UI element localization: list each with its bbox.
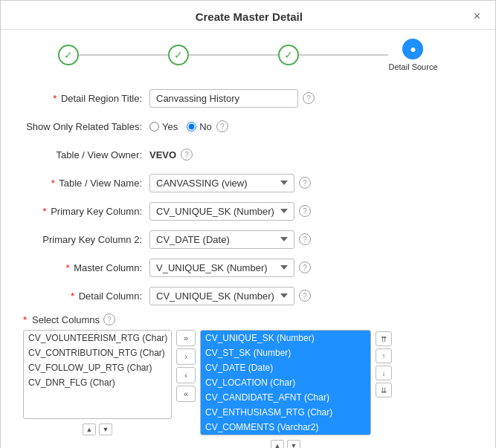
step-3-circle: ✓ (278, 45, 299, 65)
required-star-3: * (42, 206, 46, 217)
primary-key-col2-row: Primary Key Column 2: CV_DATE (Date) ? (23, 229, 473, 250)
transfer-left-btn[interactable]: ‹ (176, 367, 196, 383)
primary-key-col-label: * Primary Key Column: (23, 206, 149, 217)
step-1: ✓ (58, 45, 79, 65)
detail-col-label: * Detail Column: (23, 290, 149, 302)
detail-region-title-input[interactable] (149, 89, 298, 108)
left-list-wrapper: CV_VOLUNTEERISM_RTG (Char) CV_CONTRIBUTI… (23, 330, 172, 435)
required-star-2: * (51, 178, 55, 189)
step-4: ● Detail Source (388, 39, 437, 71)
step-4-label: Detail Source (388, 62, 437, 71)
table-view-name-select[interactable]: CANVASSING (view) (149, 174, 294, 192)
transfer-buttons: » › ‹ « (176, 330, 196, 402)
order-buttons: ⇈ ↑ ↓ ⇊ (376, 330, 392, 397)
right-list: CV_UNIQUE_SK (Number) CV_ST_SK (Number) … (200, 330, 371, 435)
show-only-row: Show Only Related Tables: Yes No ? (23, 116, 473, 137)
primary-key-col2-info-icon[interactable]: ? (299, 233, 311, 245)
required-star-4: * (66, 262, 70, 273)
show-only-no-radio[interactable] (187, 122, 196, 132)
table-view-owner-row: Table / View Owner: VEVO ? (23, 144, 473, 165)
list-item[interactable]: CV_ST_SK (Number) (201, 345, 370, 360)
master-col-row: * Master Column: V_UNIQUE_SK (Number) ? (23, 257, 473, 278)
right-scroll-down-btn[interactable]: ▼ (287, 440, 300, 448)
right-list-wrapper: CV_UNIQUE_SK (Number) CV_ST_SK (Number) … (200, 330, 371, 448)
dialog-body: * Detail Region Title: ? Show Only Relat… (1, 80, 495, 448)
list-item[interactable]: CV_CANDIDATE_AFNT (Char) (201, 390, 370, 405)
step-2-circle: ✓ (168, 45, 189, 65)
show-only-yes-radio[interactable] (149, 122, 159, 132)
primary-key-col2-control: CV_DATE (Date) ? (149, 230, 473, 249)
primary-key-col-row: * Primary Key Column: CV_UNIQUE_SK (Numb… (23, 201, 473, 221)
detail-region-title-label: * Detail Region Title: (23, 93, 149, 104)
detail-region-title-info-icon[interactable]: ? (303, 92, 315, 104)
step-line-1 (79, 54, 168, 56)
order-down-btn[interactable]: ↓ (376, 366, 392, 380)
columns-area: CV_VOLUNTEERISM_RTG (Char) CV_CONTRIBUTI… (23, 330, 473, 448)
step-3: ✓ (278, 45, 299, 65)
show-only-info-icon[interactable]: ? (216, 120, 228, 132)
primary-key-col-control: CV_UNIQUE_SK (Number) ? (149, 202, 473, 221)
dialog-header: Create Master Detail × (1, 1, 495, 30)
steps-bar: ✓ ✓ ✓ ● Detail Source (1, 30, 495, 80)
list-item[interactable]: CV_CONTRIBUTION_RTG (Char) (24, 345, 171, 360)
order-up-btn[interactable]: ↑ (376, 348, 392, 363)
primary-key-col-info-icon[interactable]: ? (299, 205, 311, 217)
list-item[interactable]: CV_FOLLOW_UP_RTG (Char) (24, 360, 171, 375)
dialog: Create Master Detail × ✓ ✓ ✓ ● Detail So… (0, 0, 496, 448)
list-item[interactable]: CV_UNIQUE_SK (Number) (201, 331, 370, 345)
show-only-label: Show Only Related Tables: (23, 121, 149, 132)
right-scroll-up-btn[interactable]: ▲ (271, 440, 284, 448)
step-1-circle: ✓ (58, 45, 79, 65)
list-item[interactable]: CV_DATE (Date) (201, 360, 370, 375)
step-line-3 (299, 54, 388, 56)
step-2: ✓ (168, 45, 189, 65)
detail-col-row: * Detail Column: CV_UNIQUE_SK (Number) ? (23, 285, 473, 306)
transfer-all-right-btn[interactable]: » (176, 330, 196, 346)
list-item[interactable]: CV_COMMENTS (Varchar2) (201, 420, 370, 435)
show-only-radio-group: Yes No (149, 121, 212, 132)
list-item[interactable]: CV_ENTHUSIASM_RTG (Char) (201, 405, 370, 420)
order-bottom-btn[interactable]: ⇊ (376, 383, 392, 397)
left-scroll-up-btn[interactable]: ▲ (83, 423, 96, 435)
master-col-select[interactable]: V_UNIQUE_SK (Number) (149, 259, 294, 277)
table-view-owner-value: VEVO (149, 149, 176, 160)
table-view-name-info-icon[interactable]: ? (299, 177, 311, 189)
detail-col-select[interactable]: CV_UNIQUE_SK (Number) (149, 287, 294, 305)
table-view-owner-label: Table / View Owner: (23, 149, 149, 160)
detail-col-control: CV_UNIQUE_SK (Number) ? (149, 287, 473, 305)
table-view-name-row: * Table / View Name: CANVASSING (view) ? (23, 172, 473, 193)
show-only-control: Yes No ? (149, 120, 473, 132)
dialog-title: Create Master Detail (28, 10, 471, 23)
select-columns-section: * Select Columns ? CV_VOLUNTEERISM_RTG (… (23, 314, 473, 448)
select-columns-info-icon[interactable]: ? (103, 314, 115, 325)
table-view-name-label: * Table / View Name: (23, 178, 149, 189)
left-list: CV_VOLUNTEERISM_RTG (Char) CV_CONTRIBUTI… (23, 330, 172, 419)
show-only-no-label[interactable]: No (187, 121, 212, 132)
table-view-owner-info-icon[interactable]: ? (181, 149, 193, 160)
detail-region-title-control: ? (149, 89, 473, 108)
close-button[interactable]: × (471, 10, 483, 23)
transfer-right-btn[interactable]: › (176, 348, 196, 365)
order-top-btn[interactable]: ⇈ (376, 331, 392, 346)
step-line-2 (189, 54, 278, 56)
primary-key-col2-label: Primary Key Column 2: (23, 234, 149, 245)
table-view-owner-control: VEVO ? (149, 149, 473, 160)
left-scroll-down-btn[interactable]: ▼ (99, 423, 112, 435)
detail-col-info-icon[interactable]: ? (299, 290, 311, 302)
master-col-label: * Master Column: (23, 262, 149, 273)
required-star-5: * (71, 290, 74, 302)
list-item[interactable]: CV_VOLUNTEERISM_RTG (Char) (24, 331, 171, 345)
list-item[interactable]: CV_DNR_FLG (Char) (24, 375, 171, 390)
select-columns-label: * Select Columns ? (23, 314, 473, 325)
list-item[interactable]: CV_LOCATION (Char) (201, 375, 370, 390)
required-star-6: * (23, 314, 27, 325)
detail-region-title-row: * Detail Region Title: ? (23, 88, 473, 108)
table-view-name-control: CANVASSING (view) ? (149, 174, 473, 192)
primary-key-col-select[interactable]: CV_UNIQUE_SK (Number) (149, 202, 294, 221)
primary-key-col2-select[interactable]: CV_DATE (Date) (149, 230, 294, 249)
show-only-yes-label[interactable]: Yes (149, 121, 178, 132)
required-star: * (53, 93, 57, 104)
step-4-circle[interactable]: ● (402, 39, 423, 59)
transfer-all-left-btn[interactable]: « (176, 386, 196, 402)
master-col-info-icon[interactable]: ? (299, 262, 311, 273)
